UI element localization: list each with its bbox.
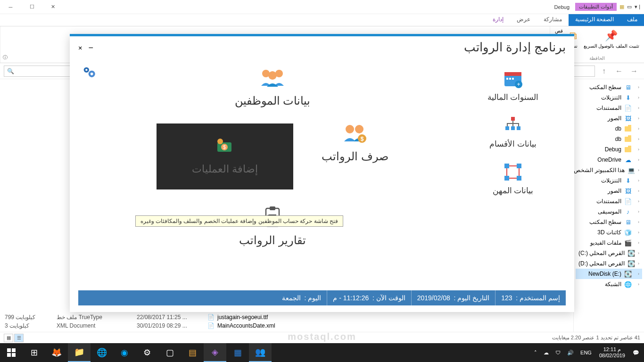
svg-rect-34: [7, 353, 11, 357]
pin-button[interactable]: تثبيت الملف بالوصول السريع: [584, 43, 639, 49]
chrome-icon[interactable]: 🌐: [91, 343, 113, 362]
tree-item[interactable]: ‹🧊كائنات 3D: [576, 227, 642, 238]
svg-point-22: [346, 125, 354, 133]
tab-share[interactable]: مشاركة: [537, 14, 569, 26]
file-row[interactable]: 3 كيلوبايتXML Document30/01/2019 08:29 .…: [5, 321, 569, 330]
qat-dropdown-icon[interactable]: ▾ |: [635, 4, 640, 10]
app-minimize-button[interactable]: ─: [89, 44, 92, 51]
tree-item[interactable]: ‹💽القرص المحلي (:C): [576, 248, 642, 258]
security-tray-icon[interactable]: 🛡: [553, 343, 563, 362]
sqlserver-icon[interactable]: ▤: [181, 343, 204, 362]
explorer-statusbar: 41 عناصر تم تحديد 1 عنصر 2.20 ميغابايت ☰…: [0, 332, 644, 343]
tree-item[interactable]: ‹db: [576, 123, 642, 134]
svg-rect-13: [511, 126, 515, 130]
tree-item[interactable]: ‹⬇التنزيلات: [576, 175, 642, 186]
money-icon: $: [214, 138, 236, 158]
start-button[interactable]: [0, 343, 23, 362]
close-button[interactable]: ✕: [42, 0, 64, 14]
cut-button[interactable]: قص: [555, 28, 563, 33]
help-icon[interactable]: ⓘ: [3, 54, 8, 61]
people-icon: [258, 68, 287, 90]
search-icon: 🔍: [7, 68, 14, 74]
word-icon[interactable]: ▦: [226, 343, 249, 362]
svg-text:$: $: [223, 145, 226, 150]
svg-rect-32: [7, 348, 11, 352]
tree-item[interactable]: ‹🌐الشبكة: [576, 279, 642, 289]
svg-point-21: [268, 71, 277, 80]
svg-point-28: [217, 139, 223, 144]
payroll-task-icon[interactable]: 👥: [249, 343, 272, 362]
svg-rect-11: [511, 117, 515, 121]
tab-view[interactable]: عرض: [510, 14, 537, 26]
professions-button[interactable]: بيانات المهن: [493, 161, 534, 196]
nodes-icon: [502, 161, 524, 183]
view-icons-icon[interactable]: ▦: [4, 334, 13, 342]
maximize-button[interactable]: ☐: [21, 0, 42, 14]
svg-rect-18: [517, 176, 521, 181]
onedrive-tray-icon[interactable]: ☁: [541, 343, 552, 362]
tree-item[interactable]: ‹⬇التنزيلات: [576, 92, 642, 103]
departments-button[interactable]: بيانات الأقسام: [489, 115, 537, 149]
terminal-icon[interactable]: ▢: [158, 343, 181, 362]
tree-item[interactable]: ‹🖥سطح المكتب: [576, 217, 642, 227]
explorer-icon[interactable]: 📁: [68, 343, 91, 362]
tab-file[interactable]: ملف: [620, 14, 644, 26]
tree-item[interactable]: ‹🖼الصور: [576, 186, 642, 196]
app-status-bar: إسم المستخدم : 123 التاريخ اليوم : 2019/…: [78, 290, 566, 305]
file-row[interactable]: 799 كيلوبايتملف خط TrueType22/08/2017 11…: [5, 313, 569, 321]
notifications-icon[interactable]: 💬: [630, 343, 642, 362]
org-chart-icon: [502, 115, 524, 136]
minimize-button[interactable]: ─: [0, 0, 21, 14]
tree-item[interactable]: ‹♪الموسيقى: [576, 206, 642, 217]
tree-item[interactable]: ‹💻هذا الكمبيوتر الشخص: [576, 165, 642, 175]
tree-item[interactable]: ‹🖥سطح المكتب: [576, 82, 642, 92]
svg-text:+: +: [517, 81, 520, 88]
back-button[interactable]: →: [628, 65, 640, 77]
tray-expand-icon[interactable]: ˄: [531, 343, 540, 362]
tab-manage[interactable]: إدارة: [486, 14, 510, 26]
salaries-button[interactable]: $ صرف الرواتب: [322, 123, 388, 163]
app-close-button[interactable]: ✕: [78, 44, 82, 51]
ribbon-tabs: ملف الصفحة الرئيسية مشاركة عرض إدارة: [0, 14, 644, 26]
tree-item[interactable]: ‹💽القرص المحلي (:D): [576, 258, 642, 269]
svg-rect-17: [504, 176, 509, 181]
employees-button[interactable]: بيانات الموظفين: [235, 68, 311, 107]
explorer-titlebar: ─ ☐ ✕ Debug أدوات التطبيقات ▦ ▭ ▾ |: [0, 0, 644, 14]
language-indicator[interactable]: ENG: [578, 343, 594, 362]
taskview-icon[interactable]: ⊞: [23, 343, 45, 362]
folder-tree[interactable]: ‹🖥سطح المكتب‹⬇التنزيلات‹📄المستندات‹🖼الصو…: [573, 79, 644, 332]
forward-button[interactable]: ←: [613, 65, 625, 77]
tree-item[interactable]: ‹☁OneDrive: [576, 155, 642, 165]
tree-item[interactable]: ‹Debug: [576, 144, 642, 155]
tree-item[interactable]: ‹📄المستندات: [576, 196, 642, 206]
tree-item[interactable]: ‹🎬ملفات الفيديو: [576, 238, 642, 248]
tab-home[interactable]: الصفحة الرئيسية: [569, 14, 620, 26]
firefox-icon[interactable]: 🦊: [45, 343, 68, 362]
settings-task-icon[interactable]: ⚙: [136, 343, 158, 362]
clock[interactable]: 12:11 م 08/02/2019: [595, 343, 629, 362]
svg-rect-8: [506, 78, 508, 80]
add-operations-button[interactable]: $ إضافة العمليات: [157, 123, 293, 189]
fiscal-years-button[interactable]: + السنوات المالية: [487, 68, 539, 102]
tree-item[interactable]: ‹📄المستندات: [576, 103, 642, 113]
visualstudio-icon[interactable]: ◈: [204, 343, 226, 362]
teamviewer-icon[interactable]: ◉: [113, 343, 136, 362]
svg-rect-31: [270, 206, 275, 210]
volume-icon[interactable]: 🔊: [564, 343, 577, 362]
qat-properties-icon[interactable]: ▭: [627, 4, 632, 10]
settings-icon[interactable]: [81, 65, 97, 84]
tree-item[interactable]: ‹db: [576, 134, 642, 144]
people-money-icon: $: [341, 123, 369, 146]
svg-rect-16: [517, 164, 521, 168]
taskbar: ⊞ 🦊 📁 🌐 ◉ ⚙ ▢ ▤ ◈ ▦ 👥 ˄ ☁ 🛡 🔊 ENG 12:11 …: [0, 343, 644, 362]
view-details-icon[interactable]: ☰: [14, 334, 24, 342]
qat-newfolder-icon[interactable]: ▦: [619, 4, 624, 10]
up-button[interactable]: ↑: [598, 65, 610, 77]
tree-item[interactable]: ‹💽NewDisk (E:): [576, 269, 642, 279]
svg-rect-15: [504, 164, 509, 168]
payroll-app-window: برنامج إدارة الرواتب ✕ ─ + السنوات المال…: [70, 34, 574, 312]
window-title: Debug: [552, 3, 572, 11]
pin-icon[interactable]: 📌: [604, 28, 619, 43]
tree-item[interactable]: ‹🖼الصور: [576, 113, 642, 123]
clipboard-group-label: الحافظة: [589, 56, 605, 61]
